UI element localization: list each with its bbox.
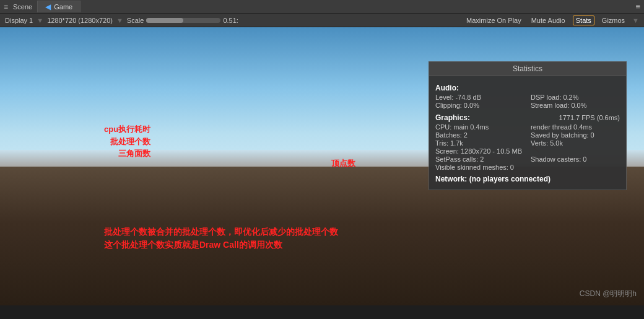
- scale-bar[interactable]: [146, 18, 220, 23]
- tab-bar: ≡ Scene ◀ Game ≡: [0, 0, 644, 14]
- resolution-label[interactable]: 1280*720 (1280x720): [47, 17, 113, 24]
- clipping-label: Clipping: 0.0%: [435, 102, 524, 109]
- stats-title: Statistics: [429, 62, 626, 76]
- tris-row: Tris: 1.7k Verts: 5.0k: [435, 139, 620, 147]
- stream-load-label: Stream load: 0.0%: [524, 102, 620, 109]
- graphics-header: Graphics:: [435, 113, 470, 122]
- batch-annotation: 批处理个数被合并的批处理个数，即优化后减少的批处理个数 这个批处理个数实质就是D…: [104, 225, 338, 251]
- setpass-row: SetPass calls: 2 Shadow casters: 0: [435, 155, 620, 163]
- tris-label: Tris: 1.7k: [435, 139, 524, 147]
- visible-skinned-row: Visible skinned meshes: 0: [435, 164, 620, 171]
- verts-label: Verts: 5.0k: [524, 139, 620, 147]
- toolbar: Display 1 ▼ 1280*720 (1280x720) ▼ Scale …: [0, 14, 644, 27]
- topbar-right-icon[interactable]: ≡: [635, 2, 640, 11]
- display-label: Display 1: [5, 17, 33, 24]
- scale-value: 0.51:: [223, 17, 238, 24]
- game-tab-label: Game: [54, 3, 72, 11]
- cpu-line3: 三角面数: [104, 147, 150, 160]
- maximize-on-play-button[interactable]: Maximize On Play: [464, 16, 524, 25]
- cpu-line1: cpu执行耗时: [104, 123, 150, 136]
- stats-button[interactable]: Stats: [573, 15, 594, 25]
- toolbar-right: Maximize On Play Mute Audio Stats Gizmos…: [464, 15, 639, 25]
- graphics-header-row: Graphics: 1771.7 FPS (0.6ms): [435, 110, 620, 123]
- scale-bar-fill: [146, 18, 183, 23]
- game-tab[interactable]: ◀ Game: [37, 1, 80, 12]
- cpu-annotation: cpu执行耗时 批处理个数 三角面数: [104, 123, 150, 160]
- batch-line2: 这个批处理个数实质就是Draw Call的调用次数: [104, 238, 338, 251]
- fps-value: 1771.7 FPS (0.6ms): [559, 114, 620, 121]
- vertex-annotation: 顶点数: [331, 157, 355, 170]
- scale-control[interactable]: Scale 0.51:: [127, 17, 238, 24]
- gizmos-button[interactable]: Gizmos: [599, 16, 627, 25]
- audio-clipping-row: Clipping: 0.0% Stream load: 0.0%: [435, 102, 620, 109]
- stats-body: Audio: Level: -74.8 dB DSP load: 0.2% Cl…: [429, 76, 626, 190]
- saved-batching-label: Saved by batching: 0: [524, 131, 620, 139]
- mute-audio-button[interactable]: Mute Audio: [529, 16, 568, 25]
- batch-line1: 批处理个数被合并的批处理个数，即优化后减少的批处理个数: [104, 225, 338, 238]
- network-label: Network: (no players connected): [435, 175, 620, 183]
- level-label: Level: -74.8 dB: [435, 94, 524, 101]
- game-viewport: cpu执行耗时 批处理个数 三角面数 顶点数 ↑ 批处理个数被合并的批处理个数，…: [0, 27, 644, 305]
- audio-level-row: Level: -74.8 dB DSP load: 0.2%: [435, 94, 620, 101]
- render-thread-label: render thread 0.4ms: [524, 123, 620, 131]
- cpu-line2: 批处理个数: [104, 136, 150, 148]
- scene-tab-label[interactable]: Scene: [13, 3, 32, 11]
- audio-header: Audio:: [435, 84, 620, 92]
- cpu-row: CPU: main 0.4ms render thread 0.4ms: [435, 123, 620, 131]
- screen-row: Screen: 1280x720 - 10.5 MB: [435, 147, 620, 155]
- game-icon: ◀: [45, 2, 51, 11]
- batches-row: Batches: 2 Saved by batching: 0: [435, 131, 620, 139]
- hamburger-icon[interactable]: ≡: [4, 2, 8, 11]
- dsp-load-label: DSP load: 0.2%: [524, 94, 620, 101]
- stats-panel: Statistics Audio: Level: -74.8 dB DSP lo…: [429, 61, 627, 190]
- cpu-stat-label: CPU: main 0.4ms: [435, 123, 524, 131]
- watermark: CSDN @明明明h: [580, 289, 637, 299]
- shadow-casters-label: Shadow casters: 0: [524, 155, 620, 163]
- setpass-label: SetPass calls: 2: [435, 155, 524, 163]
- batches-label: Batches: 2: [435, 131, 524, 139]
- scale-label: Scale: [127, 17, 144, 24]
